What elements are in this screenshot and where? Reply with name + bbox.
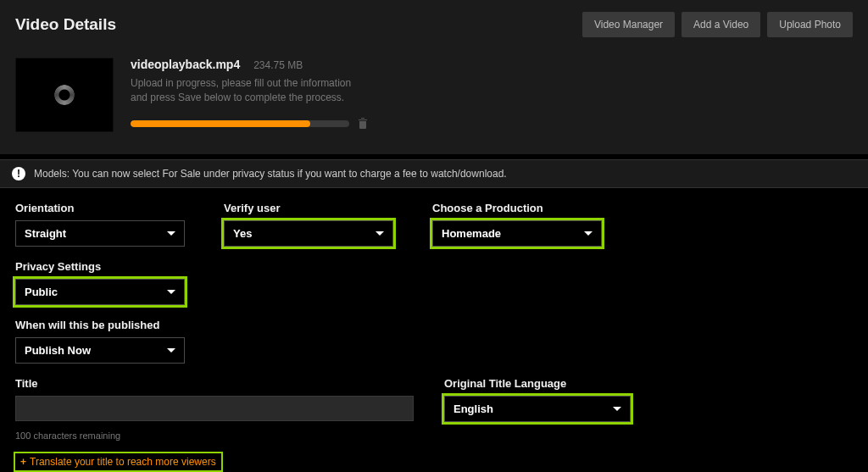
translate-title-link[interactable]: + Translate your title to reach more vie… (15, 453, 221, 470)
upload-progress-fill (131, 120, 310, 127)
chevron-down-icon (167, 231, 175, 236)
title-label: Title (15, 377, 414, 390)
orientation-value: Straight (25, 227, 66, 240)
language-select[interactable]: English (444, 396, 631, 422)
chevron-down-icon (613, 407, 621, 411)
publish-value: Publish Now (25, 344, 91, 357)
plus-icon: + (20, 456, 26, 468)
title-hint: 100 characters remaining (15, 430, 414, 441)
verify-select[interactable]: Yes (224, 220, 393, 247)
title-input[interactable] (15, 396, 414, 421)
file-name: videoplayback.mp4 (131, 58, 240, 71)
video-manager-button[interactable]: Video Manager (582, 12, 675, 37)
language-label: Original Title Language (444, 377, 631, 390)
upload-photo-button[interactable]: Upload Photo (767, 12, 853, 37)
chevron-down-icon (167, 290, 175, 294)
publish-label: When will this be published (15, 319, 185, 331)
translate-link-text: Translate your title to reach more viewe… (30, 456, 216, 468)
upload-progress-bar (131, 120, 349, 127)
production-label: Choose a Production (432, 202, 602, 214)
orientation-select[interactable]: Straight (15, 220, 185, 247)
chevron-down-icon (376, 231, 384, 236)
info-banner: ! Models: You can now select For Sale un… (0, 159, 868, 188)
privacy-select[interactable]: Public (15, 279, 185, 305)
privacy-label: Privacy Settings (15, 260, 185, 273)
production-select[interactable]: Homemade (432, 220, 602, 247)
page-title: Video Details (15, 15, 116, 34)
verify-value: Yes (233, 227, 252, 240)
chevron-down-icon (167, 348, 175, 353)
delete-upload-icon[interactable] (358, 117, 368, 131)
chevron-down-icon (584, 231, 593, 236)
privacy-value: Public (25, 286, 58, 298)
publish-select[interactable]: Publish Now (15, 337, 185, 364)
banner-text: Models: You can now select For Sale unde… (34, 168, 507, 180)
alert-icon: ! (12, 167, 25, 180)
upload-description: Upload in progress, please fill out the … (131, 76, 368, 105)
production-value: Homemade (442, 227, 501, 240)
file-size: 234.75 MB (253, 59, 303, 71)
language-value: English (453, 403, 493, 415)
orientation-label: Orientation (15, 202, 185, 214)
verify-label: Verify user (224, 202, 393, 214)
loading-spinner-icon (54, 85, 75, 105)
add-video-button[interactable]: Add a Video (682, 12, 760, 37)
video-thumbnail (15, 58, 114, 132)
